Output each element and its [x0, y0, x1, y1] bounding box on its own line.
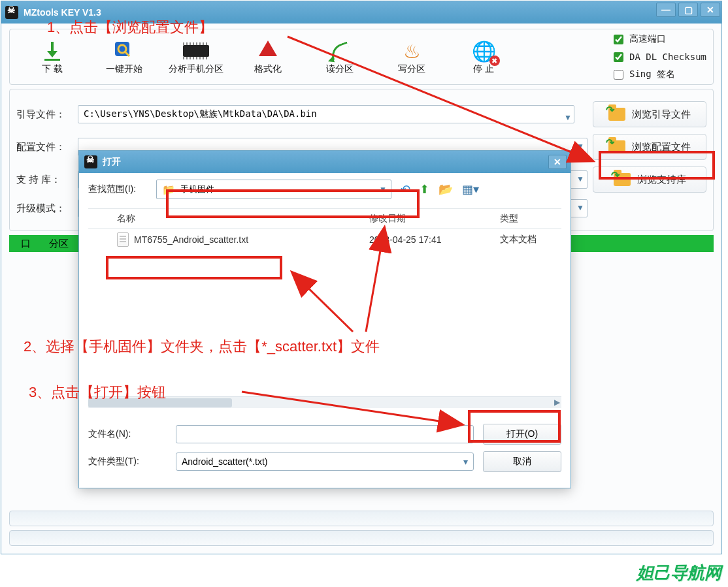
checksum-checkbox[interactable]: DA DL Checksum — [611, 50, 706, 64]
folder-icon: 📁 — [162, 183, 175, 196]
magnify-icon — [112, 39, 136, 63]
filetype-label: 文件类型(T): — [88, 456, 167, 468]
minimize-button[interactable]: — — [656, 3, 676, 17]
chevron-down-icon[interactable]: ▼ — [564, 113, 572, 122]
download-button[interactable]: 下 载 — [16, 39, 88, 75]
file-name: MT6755_Android_scatter.txt — [134, 234, 248, 245]
chevron-down-icon: ▼ — [379, 185, 387, 194]
cancel-button[interactable]: 取消 — [483, 451, 561, 472]
boot-label: 引导文件： — [16, 108, 73, 121]
format-button[interactable]: 格式化 — [232, 39, 304, 75]
col-checkbox: 口 — [21, 238, 31, 250]
col-partition: 分区 — [49, 238, 69, 250]
lib-label: 支 持 库： — [16, 174, 73, 186]
progress-bar-2 — [9, 530, 714, 546]
sign-checkbox[interactable]: Sing 签名 — [611, 68, 706, 82]
format-icon — [259, 39, 277, 63]
ram-icon — [183, 39, 209, 63]
col-date-header[interactable]: 修改日期 — [369, 213, 500, 225]
browse-boot-button[interactable]: ↷ 浏览引导文件 — [593, 101, 706, 127]
file-type: 文本文档 — [500, 234, 561, 246]
onekey-start-button[interactable]: 一键开始 — [88, 39, 160, 75]
annotation-1: 1、点击【浏览配置文件】 — [47, 18, 213, 37]
filename-label: 文件名(N): — [88, 428, 167, 440]
new-folder-icon[interactable]: 📂 — [438, 182, 453, 197]
maximize-button[interactable]: ▢ — [678, 3, 698, 17]
annotation-2: 2、选择【手机固件】文件夹，点击【*_scatter.txt】文件 — [24, 337, 380, 357]
scope-value: 手机固件 — [180, 183, 214, 195]
scope-combo[interactable]: 📁 手机固件 ▼ — [156, 180, 391, 199]
text-file-icon — [117, 232, 129, 247]
scope-label: 查找范围(I): — [88, 183, 147, 195]
file-list-header: 名称 修改日期 类型 — [88, 209, 561, 229]
back-icon[interactable]: ↶ — [401, 182, 410, 197]
folder-icon: ↷ — [608, 140, 625, 153]
annotation-3: 3、点击【打开】按钮 — [29, 383, 166, 402]
scroll-right-icon[interactable]: ▶ — [554, 398, 560, 407]
dialog-close-button[interactable]: ✕ — [548, 155, 567, 169]
config-label: 配置文件： — [16, 141, 73, 153]
chevron-down-icon: ▾ — [463, 456, 468, 467]
mode-label: 升级模式： — [16, 202, 73, 215]
write-icon: ♨ — [403, 39, 421, 63]
app-icon — [5, 6, 18, 19]
open-button[interactable]: 打开(O) — [483, 424, 561, 445]
download-icon — [41, 39, 64, 63]
analyze-partition-button[interactable]: 分析手机分区 — [160, 39, 232, 75]
boot-path-input[interactable] — [78, 105, 574, 123]
browse-config-button[interactable]: ↷ 浏览配置文件 — [593, 134, 706, 160]
write-partition-button[interactable]: ♨ 写分区 — [376, 39, 448, 75]
close-button[interactable]: ✕ — [701, 3, 720, 17]
browse-lib-button[interactable]: ↷ 浏览支持库 — [593, 167, 706, 193]
col-type-header[interactable]: 类型 — [500, 213, 561, 225]
progress-bar-1 — [9, 511, 714, 526]
file-date: 2018-04-25 17:41 — [369, 234, 500, 245]
stop-icon: 🌐 — [472, 39, 496, 63]
watermark: 妲己导航网 — [637, 562, 721, 584]
dialog-icon — [84, 155, 97, 168]
title-text: MZtools KEY V1.3 — [24, 7, 101, 18]
filetype-combo[interactable]: Android_scatter(*.txt) ▾ — [176, 452, 474, 471]
read-icon — [330, 39, 350, 63]
open-dialog: 打开 ✕ 查找范围(I): 📁 手机固件 ▼ ↶ ⬆ 📂 ▦▾ 名称 修改日期 … — [78, 150, 571, 488]
stop-button[interactable]: 🌐 停 止 — [448, 39, 520, 75]
highspeed-checkbox[interactable]: 高速端口 — [611, 33, 706, 46]
progress-area — [9, 507, 714, 546]
file-list: 名称 修改日期 类型 MT6755_Android_scatter.txt 20… — [88, 208, 561, 396]
options-panel: 高速端口 DA DL Checksum Sing 签名 — [611, 33, 706, 82]
col-name-header[interactable]: 名称 — [88, 213, 369, 225]
up-icon[interactable]: ⬆ — [420, 182, 429, 197]
filename-input[interactable] — [176, 425, 474, 443]
folder-icon: ↷ — [614, 173, 631, 186]
svg-rect-0 — [44, 59, 60, 61]
folder-icon: ↷ — [608, 108, 625, 121]
dialog-title: 打开 — [103, 156, 121, 168]
dialog-titlebar: 打开 ✕ — [79, 151, 571, 173]
view-icon[interactable]: ▦▾ — [462, 182, 479, 197]
file-row[interactable]: MT6755_Android_scatter.txt 2018-04-25 17… — [88, 229, 561, 251]
read-partition-button[interactable]: 读分区 — [304, 39, 376, 75]
